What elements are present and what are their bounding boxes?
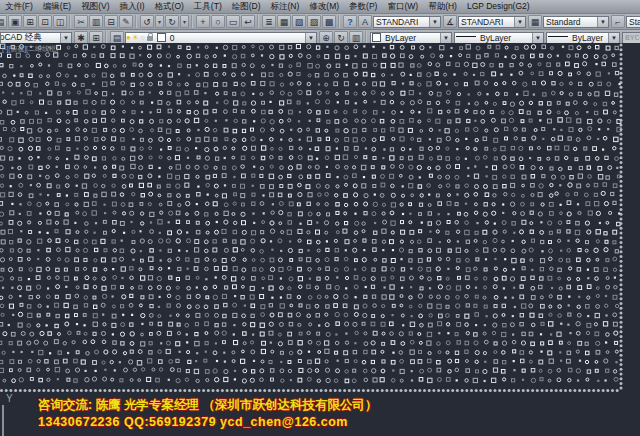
model-space-canvas[interactable]: [-][俯视][二维线框] Y 咨询交流: 陈鹰 光学专案经理 （深圳市跃创达科… xyxy=(0,43,640,436)
lgp-dot-pattern xyxy=(0,43,640,436)
toolbar-separator xyxy=(191,15,193,28)
linetype-combo[interactable]: ByLayer ▼ xyxy=(454,32,544,44)
standard-toolbar: ▤▣⊞⊡◫✂▥⊟✎↺▾↻▾+○▭↩≣▦▧▨▩? A STANDARI ▼ ∡ S… xyxy=(0,14,640,30)
sheetset-icon[interactable]: ▨ xyxy=(307,15,321,28)
menu-item-lgp-design[interactable]: LGP Design(G2) xyxy=(462,0,535,13)
dim-style-combo[interactable]: STANDARI ▼ xyxy=(458,16,526,28)
zoom-previous-icon[interactable]: ↩ xyxy=(241,15,255,28)
copy-icon[interactable]: ▥ xyxy=(89,15,103,28)
menu-bar: 文件(F)编辑(E)视图(V)插入(I)格式(O)工具(T)绘图(D)标注(N)… xyxy=(0,0,640,14)
viewport-controls-label[interactable]: [-][俯视][二维线框] xyxy=(2,44,58,54)
menu-item-parametric[interactable]: 参数(P) xyxy=(344,0,382,13)
mleader-style-combo[interactable]: Standard ▼ xyxy=(626,16,640,28)
layer-name-value: 0 xyxy=(168,33,305,43)
menu-item-insert[interactable]: 插入(I) xyxy=(115,0,150,13)
save-icon[interactable]: ▣ xyxy=(8,15,22,28)
menu-item-format[interactable]: 格式(O) xyxy=(150,0,189,13)
layer-freeze-icon[interactable]: ○ xyxy=(140,33,145,43)
toolbar-separator xyxy=(135,15,137,28)
undo-arrow[interactable]: ▾ xyxy=(155,15,164,28)
tool-palettes-icon[interactable]: ▧ xyxy=(292,15,306,28)
layer-on-bulb-icon[interactable]: ● xyxy=(126,33,131,43)
layer-lock-icon[interactable] xyxy=(147,36,153,41)
toolbar-separator xyxy=(69,15,71,28)
workspace-combo[interactable]: AutoCAD 经典 ▼ xyxy=(0,32,72,44)
ucs-y-axis-line xyxy=(2,405,4,436)
autocad-window: { "menu_bar": { "items": [ {"key":"file"… xyxy=(0,0,640,436)
layer-combo[interactable]: ● ☀ ○ 0 ▼ xyxy=(125,32,317,44)
chevron-down-icon[interactable]: ▼ xyxy=(429,17,440,27)
zoom-window-icon[interactable]: ▭ xyxy=(226,15,240,28)
chevron-down-icon[interactable]: ▼ xyxy=(305,33,316,43)
chevron-down-icon[interactable]: ▼ xyxy=(514,17,525,27)
properties-icon[interactable]: ≣ xyxy=(262,15,276,28)
open-icon[interactable]: ▤ xyxy=(0,15,7,28)
dot-grid xyxy=(0,44,622,393)
chevron-down-icon[interactable]: ▼ xyxy=(608,33,619,43)
chevron-down-icon[interactable]: ▼ xyxy=(532,33,543,43)
lineweight-value: ByLayer xyxy=(570,33,608,43)
menu-item-tools[interactable]: 工具(T) xyxy=(189,0,227,13)
chevron-down-icon[interactable]: ▼ xyxy=(60,33,71,43)
linetype-sample xyxy=(456,36,476,37)
help-icon[interactable]: ? xyxy=(343,15,357,28)
menu-item-modify[interactable]: 修改(M) xyxy=(304,0,344,13)
chevron-down-icon[interactable]: ▼ xyxy=(440,33,451,43)
paste-icon[interactable]: ⊟ xyxy=(104,15,118,28)
cut-icon[interactable]: ✂ xyxy=(74,15,88,28)
chevron-down-icon[interactable]: ▼ xyxy=(597,17,608,27)
mleader-style-value: Standard xyxy=(627,17,640,27)
menu-item-edit[interactable]: 编辑(E) xyxy=(38,0,76,13)
color-combo[interactable]: ByLayer ▼ xyxy=(370,32,452,44)
designcenter-icon[interactable]: ▦ xyxy=(277,15,291,28)
undo-icon[interactable]: ↺ xyxy=(140,15,154,28)
menu-item-dimension[interactable]: 标注(N) xyxy=(266,0,305,13)
menu-item-view[interactable]: 视图(V) xyxy=(76,0,114,13)
menu-item-window[interactable]: 窗口(W) xyxy=(382,0,423,13)
redo-arrow[interactable]: ▾ xyxy=(180,15,189,28)
toolbar-separator xyxy=(257,15,259,28)
color-swatch xyxy=(372,33,381,42)
contact-info-line1: 咨询交流: 陈鹰 光学专案经理 （深圳市跃创达科技有限公司） xyxy=(38,397,378,414)
plot-style-combo: BYCOLOR ▼ xyxy=(622,32,640,44)
menu-item-help[interactable]: 帮助(H) xyxy=(423,0,462,13)
redo-icon[interactable]: ↻ xyxy=(165,15,179,28)
zoom-realtime-icon[interactable]: ○ xyxy=(211,15,225,28)
workspace-value: AutoCAD 经典 xyxy=(0,32,60,44)
mleader-style-icon[interactable]: ⌐ xyxy=(611,15,625,28)
contact-info-line2: 13430672236 QQ:569192379 ycd_chen@126.co… xyxy=(38,415,348,429)
text-style-combo[interactable]: STANDARI ▼ xyxy=(373,16,441,28)
toolbar-separator xyxy=(338,15,340,28)
ucs-y-axis-label: Y xyxy=(6,393,13,404)
menu-item-draw[interactable]: 绘图(D) xyxy=(227,0,266,13)
plot-icon[interactable]: ⊞ xyxy=(23,15,37,28)
text-style-value: STANDARI xyxy=(374,17,429,27)
menu-item-file[interactable]: 文件(F) xyxy=(0,0,38,13)
plot-style-value: BYCOLOR xyxy=(623,33,640,42)
dim-style-icon[interactable]: ∡ xyxy=(443,15,457,28)
text-style-icon[interactable]: A xyxy=(358,15,372,28)
color-value: ByLayer xyxy=(383,33,440,43)
markup-icon[interactable]: ▩ xyxy=(322,15,336,28)
plot-preview-icon[interactable]: ⊡ xyxy=(38,15,52,28)
table-style-combo[interactable]: Standard ▼ xyxy=(543,16,609,28)
publish-icon[interactable]: ◫ xyxy=(53,15,67,28)
table-style-icon[interactable]: ▦ xyxy=(528,15,542,28)
match-properties-icon[interactable]: ✎ xyxy=(119,15,133,28)
table-style-value: Standard xyxy=(544,17,597,27)
dim-style-value: STANDARI xyxy=(459,17,514,27)
pan-icon[interactable]: + xyxy=(196,15,210,28)
layer-thaw-sun-icon[interactable]: ☀ xyxy=(132,33,139,43)
lineweight-sample xyxy=(548,36,568,37)
lineweight-combo[interactable]: ByLayer ▼ xyxy=(546,32,620,44)
linetype-value: ByLayer xyxy=(478,33,532,43)
layer-color-swatch[interactable] xyxy=(157,33,166,42)
